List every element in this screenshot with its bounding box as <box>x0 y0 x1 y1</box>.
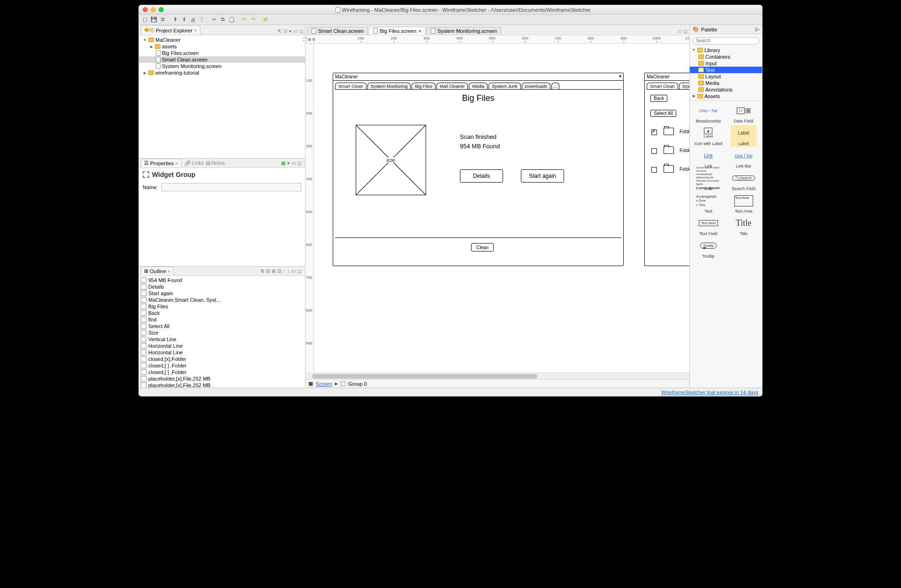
trial-link[interactable]: WireframeSketcher trial expires in 14 da… <box>661 389 758 395</box>
tree-folder-assets[interactable]: ▶ assets <box>139 43 305 50</box>
widget-breadcrumbs[interactable]: One › Twi Breadcrumbs <box>695 103 722 124</box>
outline-item[interactable]: Big Files <box>141 303 303 310</box>
tree-project-wt[interactable]: ▶ wireframing-tutorial <box>139 69 305 76</box>
outline-tab[interactable]: ⊞Outline× <box>141 267 174 275</box>
editor-tab-smartclean[interactable]: Smart Clean.screen <box>307 27 368 35</box>
down-icon[interactable]: ↓ <box>287 268 290 274</box>
widget-datefield[interactable]: / /▦ Date Field <box>731 103 757 124</box>
widget-name-input[interactable] <box>161 183 301 191</box>
close-icon[interactable]: × <box>175 160 178 166</box>
properties-tab[interactable]: ☰Properties× <box>141 159 182 167</box>
outline-item[interactable]: Vertical Line <box>141 336 303 343</box>
palette-annotations[interactable]: Annotations <box>690 86 762 93</box>
widget-label[interactable]: Label Label <box>731 125 757 147</box>
collapse-icon[interactable]: ⊟ <box>283 29 287 34</box>
export-pdf-icon[interactable]: ⬇ <box>171 15 179 24</box>
minimize-view-icon[interactable]: ▭ <box>293 29 298 34</box>
view-menu-icon[interactable]: ▾ <box>289 29 291 34</box>
widget-linkbar[interactable]: One | Twi Link Bar <box>731 148 757 169</box>
outline-item[interactable]: Details <box>141 283 303 290</box>
notes-tab[interactable]: ▤ Notes <box>206 160 225 166</box>
project-explorer-tab[interactable]: �險 Project Explorer × <box>141 25 200 35</box>
zoom-window-button[interactable] <box>159 7 164 12</box>
new-property-icon[interactable]: ▦ <box>281 160 285 166</box>
outline-item[interactable]: Horizontal Line <box>141 343 303 349</box>
outline-item[interactable]: closed,[ ] ,Folder <box>141 369 303 375</box>
outline-item[interactable]: Back <box>141 310 303 316</box>
maximize-editor-icon[interactable]: ◻ <box>684 29 687 34</box>
palette-menu-icon[interactable]: ▷ <box>756 26 759 32</box>
paste-icon[interactable]: 📋 <box>228 15 236 24</box>
links-tab[interactable]: 🔗 Links <box>184 160 204 166</box>
palette-layout[interactable]: Layout <box>690 73 762 80</box>
palette-input[interactable]: Input <box>690 60 762 67</box>
outline-item[interactable]: closed,[x],Folder <box>141 356 303 362</box>
palette-search-input[interactable] <box>693 37 759 45</box>
cut-icon[interactable]: ✂ <box>210 15 218 24</box>
outline-item[interactable]: closed,[ ] ,Folder <box>141 362 303 369</box>
outline-item[interactable]: placeholder,[x],File,252 MB <box>141 375 303 382</box>
print-icon[interactable]: 🖨 <box>189 15 197 24</box>
widget-searchfield[interactable]: 🔍Search Search Field <box>731 170 757 192</box>
copy-icon[interactable]: ⧉ <box>219 15 227 24</box>
outline-item[interactable]: MaCleaner,Smart Clean, Syst... <box>141 297 303 303</box>
minimize-view-icon[interactable]: ▭ <box>291 160 296 166</box>
widget-text-lorem[interactable]: Lorem ipsum dolor sit amet, consectetuer… <box>695 170 722 192</box>
editor-tab-bigfiles[interactable]: Big Files.screen × <box>369 27 426 35</box>
zoom-fit-icon[interactable]: ⛶ <box>303 37 307 42</box>
share-icon[interactable]: ⤴ <box>198 15 206 24</box>
widget-text-list[interactable]: A paragraph • One • Two Text <box>695 193 722 214</box>
outline-list[interactable]: 954 MB FoundDetailsStart againMaCleaner,… <box>139 276 305 388</box>
export-image-icon[interactable]: ⬇ <box>180 15 188 24</box>
outline-item[interactable]: 954 MB Found <box>141 277 303 283</box>
toggle-icon[interactable]: ⇄ <box>261 15 269 24</box>
outline-item[interactable]: Start again <box>141 290 303 297</box>
palette-tree[interactable]: ▼Library Containers Input Text Layout Me… <box>690 46 762 101</box>
canvas[interactable]: MaCleaner× Smart Clean System Monitoring… <box>314 44 689 373</box>
mockup-window[interactable]: MaCleaner× Smart Clean System Monitoring… <box>333 73 624 266</box>
outline-item[interactable]: placeholder,[x],File,252 MB <box>141 382 303 388</box>
minimize-editor-icon[interactable]: ▭ <box>678 29 682 34</box>
outline-item[interactable]: Select All <box>141 323 303 329</box>
widget-textarea[interactable]: Text Area Text Area <box>731 193 757 214</box>
palette-containers[interactable]: Containers <box>690 53 762 60</box>
undo-icon[interactable]: ↶ <box>240 15 248 24</box>
save-icon[interactable]: 💾 <box>150 15 158 24</box>
palette-media[interactable]: Media <box>690 80 762 86</box>
tree-project[interactable]: ▼ MaCleaner <box>139 37 305 43</box>
close-tab-icon[interactable]: × <box>418 28 421 34</box>
outline-item[interactable]: find <box>141 316 303 323</box>
zoom-in-icon[interactable]: ⊕ <box>308 37 312 42</box>
outline-item[interactable]: Size <box>141 329 303 336</box>
new-icon[interactable]: ▢ <box>141 15 149 24</box>
tree-file-bigfiles[interactable]: Big Files.screen <box>139 50 305 56</box>
minimize-window-button[interactable] <box>151 7 156 12</box>
close-window-button[interactable] <box>143 7 148 12</box>
view-menu-icon[interactable]: ▾ <box>287 160 290 166</box>
filter-icon[interactable]: ⊟ <box>266 268 270 274</box>
widget-textfield[interactable]: Text field Text Field <box>695 215 722 237</box>
mockup-window-secondary[interactable]: MaCleaner Smart Clean System Back Select… <box>644 73 689 266</box>
widget-iconlabel[interactable]: ▲ Label Icon with Label <box>693 125 723 147</box>
minimize-view-icon[interactable]: ▭ <box>291 268 296 274</box>
sort-icon[interactable]: ⇅ <box>260 268 264 274</box>
close-icon[interactable]: × <box>194 28 197 33</box>
editor-tab-sysmon[interactable]: System Monitoring.screen <box>427 27 501 35</box>
redo-icon[interactable]: ↷ <box>249 15 257 24</box>
palette-library[interactable]: ▼Library <box>690 47 762 53</box>
palette-text[interactable]: Text <box>690 67 762 73</box>
save-all-icon[interactable]: ⧉ <box>159 15 167 24</box>
widget-title[interactable]: Title Title <box>731 215 757 237</box>
maximize-view-icon[interactable]: ◻ <box>299 29 303 34</box>
lock-icon[interactable]: ⊡ <box>277 268 281 274</box>
outline-item[interactable]: Horizontal Line <box>141 349 303 356</box>
tree-file-smartclean[interactable]: Smart Clean.screen <box>139 56 305 63</box>
tree-file-sysmon[interactable]: System Monitoring.screen <box>139 63 305 69</box>
breadcrumb-screen[interactable]: Screen <box>316 381 332 387</box>
expand-icon[interactable]: ⊞ <box>272 268 275 274</box>
widget-tooltip[interactable]: Tooltip Tooltip <box>695 238 722 260</box>
link-editor-icon[interactable]: ⇱ <box>278 29 282 34</box>
close-icon[interactable]: × <box>168 268 170 274</box>
maximize-view-icon[interactable]: ◻ <box>298 268 301 274</box>
palette-assets[interactable]: ▶Assets <box>690 93 762 99</box>
